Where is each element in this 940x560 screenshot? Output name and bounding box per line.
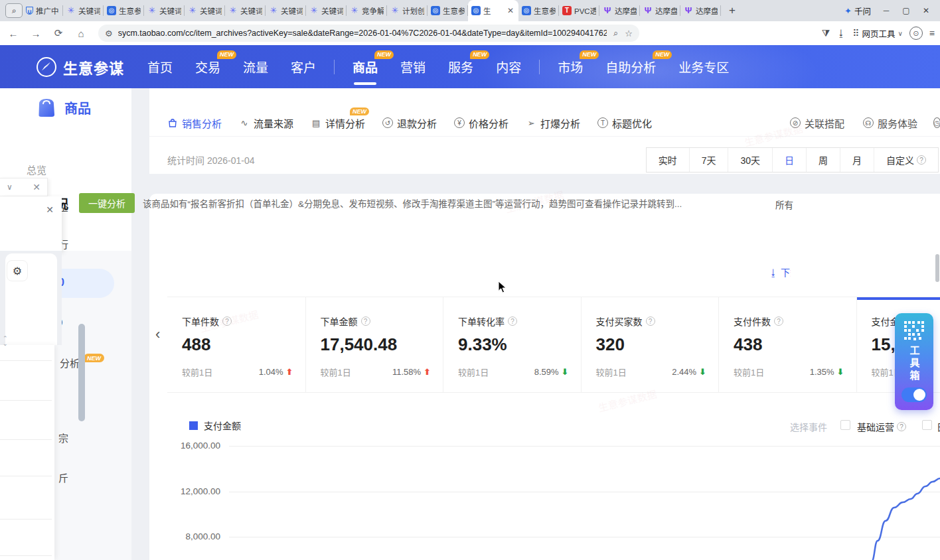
tab-close-icon[interactable]: ✕ [506, 6, 515, 15]
nav-item-业务专区[interactable]: 业务专区 [678, 58, 729, 76]
list-item[interactable] [0, 519, 52, 520]
collapse-chevron-icon[interactable]: ∨ [7, 182, 13, 192]
chevron-down-icon: ∨ [898, 30, 903, 37]
nav-item-交易[interactable]: 交易NEW [195, 58, 220, 76]
nav-item-营销[interactable]: 营销 [400, 58, 426, 76]
assistant-button[interactable]: ✦ 千问 [839, 3, 876, 19]
pvc-icon: T [562, 6, 572, 15]
nav-item-客户[interactable]: 客户 [291, 58, 316, 76]
nav-item-首页[interactable]: 首页 [147, 58, 173, 76]
tab-title: 达摩盘 [696, 5, 718, 16]
maximize-button[interactable]: ▢ [896, 6, 916, 15]
tab-title: 推广中 [36, 5, 59, 16]
list-item[interactable] [0, 360, 52, 361]
nav-item-label: 服务 [448, 61, 473, 75]
popup-scrollbar[interactable] [78, 324, 85, 421]
cards-prev-chevron[interactable]: ‹ [155, 326, 160, 343]
browser-tab[interactable]: ✳关键词 [144, 0, 185, 21]
browser-tab[interactable]: Ψ达摩盘 [640, 0, 680, 21]
forward-button[interactable]: → [27, 24, 45, 42]
list-item[interactable] [0, 400, 52, 401]
close-button[interactable]: ✕ [916, 6, 936, 15]
back-button[interactable]: ← [4, 24, 23, 42]
brand-title[interactable]: 生意参谋 [63, 56, 124, 78]
browser-tab[interactable]: ✳关键词 [225, 0, 266, 21]
top-nav-items: 首页交易NEW流量客户商品NEW营销服务NEW内容市场NEW自助分析NEW业务专… [136, 58, 740, 76]
qr-code-icon [903, 320, 925, 342]
home-button[interactable]: ⌂ [72, 24, 90, 42]
nav-item-服务[interactable]: 服务NEW [448, 58, 473, 76]
popup-mini-window: ∨ ✕ [0, 178, 48, 196]
nav-item-市场[interactable]: 市场NEW [558, 58, 583, 76]
one-click-analyze-button[interactable]: 一键分析 [79, 193, 135, 213]
tab-title: 生 [483, 5, 491, 16]
tab-title: 关键词 [200, 5, 222, 16]
minimize-button[interactable]: ─ [876, 6, 896, 15]
popup-close-icon[interactable]: ✕ [33, 182, 40, 192]
browser-tab[interactable]: ◎生✕ [468, 0, 518, 21]
new-tab-button[interactable]: + [724, 2, 741, 19]
sycm-logo-icon[interactable] [37, 57, 56, 77]
browser-menu-icon[interactable]: ≡ [929, 28, 935, 38]
tab-title: 关键词 [321, 5, 343, 16]
asterisk-icon: ✳ [147, 6, 157, 15]
spinner-chevrons-icon[interactable]: ⌃⌄ [3, 336, 8, 346]
browser-tab[interactable]: Ψ达摩盘 [599, 0, 640, 21]
popup-list-panel: ⌃⌄ [0, 345, 54, 560]
nav-item-商品[interactable]: 商品NEW [352, 58, 378, 76]
asterisk-icon: ✳ [228, 6, 238, 15]
nav-divider [539, 60, 540, 74]
browser-tab[interactable]: ✳竞争解 [347, 0, 387, 21]
toolbox-toggle[interactable] [901, 387, 927, 402]
list-item[interactable] [0, 476, 52, 476]
tab-title: 生意参 [443, 5, 465, 16]
browser-tab[interactable]: Ψ达摩盘 [680, 0, 721, 21]
popup-close-icon[interactable]: ✕ [46, 204, 54, 215]
tab-title: 关键词 [240, 5, 262, 16]
toolbox-widget[interactable]: 工具箱 [895, 313, 933, 410]
browser-tab[interactable]: ✳计划创 [387, 0, 428, 21]
sycm-icon: ◎ [107, 6, 116, 15]
damo-icon: Ψ [603, 6, 612, 15]
asterisk-icon: ✳ [269, 6, 278, 15]
gear-icon[interactable]: ⚙ [7, 260, 28, 281]
downloads-icon[interactable]: ⭳ [836, 28, 846, 38]
browser-tab[interactable]: ✳关键词 [266, 0, 306, 21]
nav-item-内容[interactable]: 内容 [496, 58, 521, 76]
browser-tab[interactable]: ◎生意参 [518, 0, 559, 21]
extensions-puzzle-icon[interactable]: ⧩ [822, 28, 830, 39]
zoom-page-icon[interactable]: ⌕ [613, 28, 618, 38]
page-scrollbar-thumb[interactable] [935, 254, 939, 282]
toggle-knob [913, 389, 925, 401]
webtools-menu[interactable]: ⠿ 网页工具 ∨ [852, 27, 903, 40]
profile-avatar[interactable]: ⊙ [909, 27, 923, 40]
tab-title: 竞争解 [362, 5, 384, 16]
tab-title: 关键词 [78, 5, 100, 16]
nav-item-流量[interactable]: 流量 [243, 58, 268, 76]
browser-tab[interactable]: TPVC透 [559, 0, 599, 21]
tabs-strip: ∪推广中✳关键词◎生意参✳关键词✳关键词✳关键词✳关键词✳关键词✳竞争解✳计划创… [23, 0, 721, 21]
browser-tab[interactable]: ✳关键词 [63, 0, 104, 21]
reload-button[interactable]: ⟳ [49, 24, 68, 42]
browser-tab[interactable]: ∪推广中 [23, 0, 63, 21]
window-controls: ─ ▢ ✕ [876, 6, 936, 15]
browser-tab-bar: ⌕ ∪推广中✳关键词◎生意参✳关键词✳关键词✳关键词✳关键词✳关键词✳竞争解✳计… [0, 0, 940, 21]
browser-tab[interactable]: ◎生意参 [428, 0, 468, 21]
url-text[interactable]: sycm.taobao.com/cc/item_archives?activeK… [118, 29, 607, 38]
browser-tab[interactable]: ◎生意参 [104, 0, 144, 21]
bookmark-star-icon[interactable]: ☆ [625, 29, 633, 38]
trend-chart[interactable] [0, 88, 940, 560]
nav-item-label: 营销 [400, 61, 426, 75]
browser-tab[interactable]: ✳关键词 [185, 0, 225, 21]
tab-title: PVC透 [574, 5, 596, 16]
sycm-icon: ◎ [431, 6, 440, 15]
browser-toolbar: ← → ⟳ ⌂ ⚙ sycm.taobao.com/cc/item_archiv… [0, 21, 940, 45]
site-settings-icon[interactable]: ⚙ [105, 29, 113, 38]
list-item[interactable] [0, 555, 52, 556]
browser-tab[interactable]: ✳关键词 [306, 0, 347, 21]
nav-item-自助分析[interactable]: 自助分析NEW [605, 58, 656, 76]
tab-search-button[interactable]: ⌕ [5, 3, 23, 18]
list-item[interactable] [0, 439, 52, 440]
asterisk-icon: ✳ [66, 6, 76, 15]
address-bar[interactable]: ⚙ sycm.taobao.com/cc/item_archives?activ… [98, 25, 639, 42]
